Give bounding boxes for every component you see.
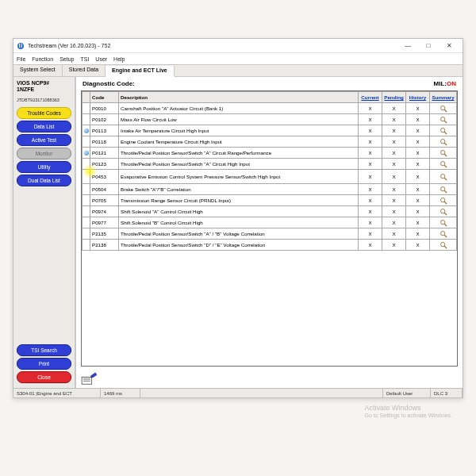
data-list-button[interactable]: Data List (17, 121, 71, 132)
row-pending: X (382, 206, 406, 217)
row-summary-button[interactable] (430, 148, 457, 159)
row-history: X (406, 148, 430, 159)
table-row[interactable]: P0974Shift Solenoid "A" Control Circuit … (83, 206, 457, 217)
menubar: FileFunctionSetupTSIUserHelp (13, 53, 463, 64)
row-flag (83, 240, 90, 251)
close-button[interactable]: Close (17, 371, 71, 383)
row-flag (83, 125, 90, 136)
row-pending: X (382, 170, 406, 184)
maximize-button[interactable]: □ (418, 40, 439, 52)
row-desc: Throttle/Pedal Position Sensor/Switch "D… (119, 240, 359, 251)
row-summary-button[interactable] (430, 136, 457, 148)
table-row[interactable]: P2135Throttle/Pedal Position Sensor/Swit… (83, 228, 457, 240)
status-dlc: DLC 3 (431, 389, 463, 397)
table-row[interactable]: P0504Brake Switch "A"/"B" CorrelationXXX (83, 184, 457, 195)
row-flag (83, 103, 90, 114)
active-test-button[interactable]: Active Test (17, 134, 71, 146)
row-summary-button[interactable] (430, 114, 457, 125)
col-summary-header[interactable]: Summary (430, 92, 457, 103)
close-button[interactable]: ✕ (439, 40, 459, 52)
row-current: X (359, 240, 382, 251)
menu-file[interactable]: File (17, 56, 25, 62)
svg-point-13 (440, 161, 444, 165)
row-flag (83, 136, 90, 148)
table-row[interactable]: P0102Mass Air Flow Circuit LowXXX (83, 114, 457, 125)
row-code: P0102 (90, 114, 119, 125)
tab-engine-and-ect-live[interactable]: Engine and ECT Live (106, 66, 175, 77)
tsi-search-button[interactable]: TSI Search (17, 344, 71, 356)
utility-button[interactable]: Utility (17, 161, 71, 173)
app-icon (17, 42, 25, 50)
row-desc: Camshaft Position "A" Actuator Circuit (… (119, 103, 359, 114)
trouble-codes-button[interactable]: Trouble Codes (17, 107, 71, 119)
table-row[interactable]: P0113Intake Air Temperature Circuit High… (83, 125, 457, 136)
row-history: X (406, 228, 430, 240)
svg-rect-1 (19, 44, 20, 48)
vehicle-engine: 1NZFE (17, 86, 71, 93)
col-history-header[interactable]: History (406, 92, 430, 103)
svg-line-16 (444, 178, 447, 180)
titlebar: Techstream (Ver 16.20.023) - 752 — □ ✕ (13, 39, 463, 53)
tab-stored-data[interactable]: Stored Data (63, 65, 106, 76)
row-code: P0123 (90, 159, 119, 170)
status-latency: 1469 ms (101, 389, 140, 397)
row-summary-button[interactable] (430, 184, 457, 195)
row-summary-button[interactable] (430, 170, 457, 184)
dtc-grid: Code Description Current Pending History… (81, 90, 458, 367)
col-code-header[interactable]: Code (90, 92, 119, 103)
row-current: X (359, 125, 382, 136)
row-desc: Brake Switch "A"/"B" Correlation (119, 184, 359, 195)
table-row[interactable]: P0123Throttle/Pedal Position Sensor/Swit… (83, 159, 457, 170)
row-code: P0118 (90, 136, 119, 148)
window-title: Techstream (Ver 16.20.023) - 752 (28, 43, 397, 48)
tabstrip: System SelectStored DataEngine and ECT L… (13, 64, 463, 77)
col-current-header[interactable]: Current (359, 92, 382, 103)
dual-data-list-button[interactable]: Dual Data List (17, 175, 71, 186)
col-flag-header[interactable] (83, 92, 90, 103)
table-row[interactable]: P0118Engine Coolant Temperature Circuit … (83, 136, 457, 148)
row-summary-button[interactable] (430, 125, 457, 136)
row-code: P0974 (90, 206, 119, 217)
tab-system-select[interactable]: System Select (13, 65, 63, 76)
freeze-frame-icon (84, 129, 89, 133)
print-button[interactable]: Print (17, 358, 71, 370)
minimize-button[interactable]: — (397, 40, 418, 52)
row-history: X (406, 159, 430, 170)
row-summary-button[interactable] (430, 195, 457, 206)
row-summary-button[interactable] (430, 159, 457, 170)
svg-line-28 (444, 246, 447, 248)
row-summary-button[interactable] (430, 103, 457, 114)
row-code: P0504 (90, 184, 119, 195)
table-row[interactable]: P0453Evaporative Emission Control System… (83, 170, 457, 184)
table-row[interactable]: P2138Throttle/Pedal Position Sensor/Swit… (83, 240, 457, 251)
row-history: X (406, 195, 430, 206)
row-summary-button[interactable] (430, 217, 457, 228)
row-desc: Shift Solenoid "B" Control Circuit High (119, 217, 359, 228)
svg-point-17 (440, 186, 444, 190)
row-summary-button[interactable] (430, 206, 457, 217)
svg-point-9 (440, 139, 444, 143)
monitor-button: Monitor (17, 148, 71, 159)
clear-codes-icon[interactable] (76, 370, 463, 388)
table-row[interactable]: P0010Camshaft Position "A" Actuator Circ… (83, 103, 457, 114)
col-pending-header[interactable]: Pending (382, 92, 406, 103)
row-current: X (359, 114, 382, 125)
table-row[interactable]: P0705Transmission Range Sensor Circuit (… (83, 195, 457, 206)
row-history: X (406, 136, 430, 148)
col-desc-header[interactable]: Description (119, 92, 359, 103)
row-code: P0121 (90, 148, 119, 159)
menu-setup[interactable]: Setup (60, 56, 74, 62)
row-current: X (359, 217, 382, 228)
menu-help[interactable]: Help (113, 56, 125, 62)
menu-function[interactable]: Function (32, 56, 53, 62)
table-row[interactable]: P0121Throttle/Pedal Position Sensor/Swit… (83, 148, 457, 159)
menu-user[interactable]: User (95, 56, 107, 62)
statusbar: S304-01 |Engine and ECT 1469 ms Default … (13, 388, 463, 397)
menu-tsi[interactable]: TSI (80, 56, 89, 62)
table-row[interactable]: P0977Shift Solenoid "B" Control Circuit … (83, 217, 457, 228)
vehicle-model: VIOS NCP9# (17, 80, 71, 86)
row-summary-button[interactable] (430, 228, 457, 240)
svg-rect-29 (82, 377, 92, 384)
row-pending: X (382, 240, 406, 251)
row-summary-button[interactable] (430, 240, 457, 251)
